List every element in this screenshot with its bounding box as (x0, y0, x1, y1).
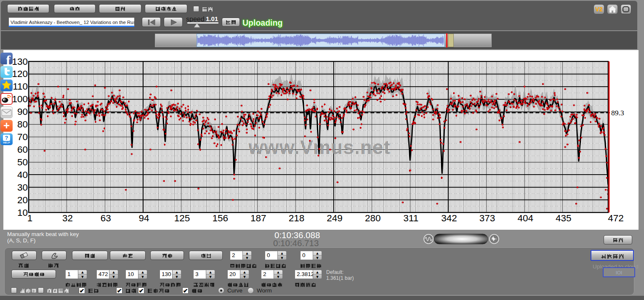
svg-text:472: 472 (608, 213, 624, 223)
svg-text:80: 80 (17, 119, 28, 130)
svg-text:130: 130 (12, 56, 28, 67)
svg-text:187: 187 (250, 213, 266, 223)
svg-text:125: 125 (174, 213, 190, 223)
svg-text:70: 70 (17, 132, 28, 142)
svg-text:30: 30 (17, 182, 28, 193)
svg-text:249: 249 (327, 213, 343, 223)
svg-text:60: 60 (17, 144, 28, 155)
svg-text:218: 218 (289, 213, 305, 223)
svg-text:404: 404 (517, 213, 533, 223)
svg-text:40: 40 (17, 170, 28, 180)
svg-text:120: 120 (12, 69, 28, 79)
svg-text:89.3: 89.3 (611, 109, 624, 117)
svg-text:311: 311 (403, 213, 418, 223)
svg-text:63: 63 (101, 213, 111, 223)
svg-text:94: 94 (138, 213, 149, 223)
svg-text:90: 90 (17, 106, 28, 117)
svg-text:50: 50 (17, 157, 28, 167)
svg-text:10: 10 (17, 207, 28, 218)
svg-text:342: 342 (441, 213, 457, 223)
svg-text:156: 156 (212, 213, 228, 223)
svg-text:32: 32 (62, 213, 73, 223)
svg-text:373: 373 (479, 213, 495, 223)
svg-text:110: 110 (13, 81, 28, 92)
svg-text:280: 280 (365, 213, 381, 223)
svg-text:20: 20 (17, 195, 28, 205)
svg-text:435: 435 (556, 213, 572, 223)
svg-text:100: 100 (12, 94, 28, 104)
svg-text:1: 1 (27, 213, 33, 223)
